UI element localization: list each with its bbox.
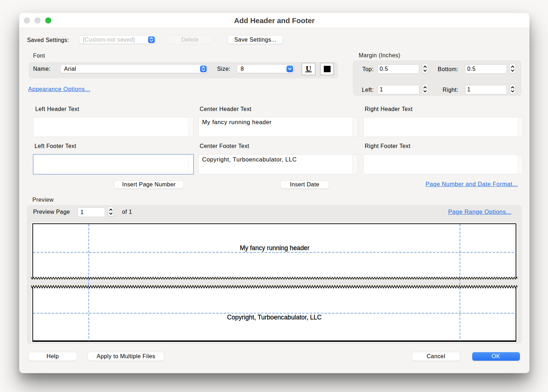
svg-text:My fancy running header: My fancy running header [239, 244, 309, 251]
svg-text:Copyright, Turboencabulator, L: Copyright, Turboencabulator, LLC [227, 314, 322, 321]
